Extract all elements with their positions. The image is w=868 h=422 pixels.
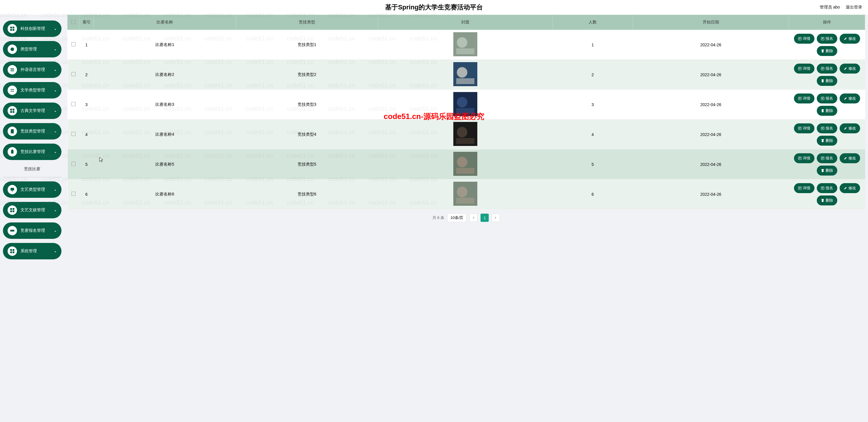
sidebar-sub-item[interactable]: 竞技比赛 <box>3 164 61 174</box>
column-header: 索引 <box>79 15 94 30</box>
sidebar-item-1[interactable]: 类型管理 <box>3 41 61 57</box>
signup-button[interactable]: 报名 <box>817 64 837 74</box>
cover-image[interactable] <box>453 122 477 146</box>
svg-rect-104 <box>822 200 824 202</box>
sidebar-item-label: 文艺文娱管理 <box>21 207 54 213</box>
svg-rect-46 <box>799 68 801 68</box>
svg-rect-8 <box>10 89 14 90</box>
sidebar-item-label: 竞技比赛管理 <box>21 149 54 154</box>
svg-rect-25 <box>12 249 14 251</box>
page-next-button[interactable] <box>492 214 500 222</box>
cover-image[interactable] <box>453 32 477 56</box>
sidebar-item-3[interactable]: 文学类型管理 <box>3 82 61 99</box>
edit-button[interactable]: 修改 <box>840 64 860 74</box>
row-name: 比赛名称5 <box>94 149 236 179</box>
signup-button[interactable]: 报名 <box>817 183 837 193</box>
row-type: 竞技类型4 <box>236 119 378 149</box>
delete-button[interactable]: 删除 <box>817 166 837 175</box>
chevron-down-icon <box>54 188 57 191</box>
delete-button[interactable]: 删除 <box>817 195 837 205</box>
chevron-down-icon <box>54 27 57 30</box>
divider <box>3 177 61 177</box>
logout-link[interactable]: 退出登录 <box>846 5 862 10</box>
row-checkbox[interactable] <box>71 42 75 46</box>
svg-rect-40 <box>822 50 824 50</box>
svg-rect-1 <box>12 27 14 28</box>
edit-button[interactable]: 修改 <box>840 183 860 193</box>
svg-rect-66 <box>822 109 824 110</box>
detail-button[interactable]: 详情 <box>794 34 814 44</box>
select-all-checkbox[interactable] <box>71 20 75 24</box>
svg-rect-7 <box>10 71 14 71</box>
sidebar-item-b2[interactable]: 竞赛报名管理 <box>3 222 61 239</box>
edit-button[interactable]: 修改 <box>840 34 860 44</box>
admin-label[interactable]: 管理员 abo <box>820 5 840 10</box>
table-row: 4 比赛名称4 竞技类型4 4 2022-04-26 详情 报名 修改 删除 <box>68 119 865 149</box>
detail-button[interactable]: 详情 <box>794 153 814 163</box>
column-header: 人数 <box>553 15 633 30</box>
clip-icon <box>8 147 17 157</box>
column-header: 封面 <box>378 15 553 30</box>
row-checkbox[interactable] <box>71 192 75 196</box>
sidebar-item-b0[interactable]: 文艺类型管理 <box>3 181 61 198</box>
delete-button[interactable]: 删除 <box>817 46 837 56</box>
header-right: 管理员 abo 退出登录 <box>820 5 862 10</box>
sidebar-item-5[interactable]: 竞技类型管理 <box>3 123 61 140</box>
svg-rect-60 <box>799 99 800 99</box>
page-size-select[interactable]: 10条/页 <box>447 213 466 222</box>
svg-rect-75 <box>822 128 824 128</box>
detail-button[interactable]: 详情 <box>794 183 814 193</box>
row-type: 竞技类型1 <box>236 30 378 60</box>
edit-button[interactable]: 修改 <box>840 123 860 133</box>
signup-button[interactable]: 报名 <box>817 93 837 104</box>
bars-icon <box>8 86 17 95</box>
svg-rect-5 <box>10 68 14 69</box>
cover-image[interactable] <box>453 92 477 116</box>
svg-rect-27 <box>12 251 14 253</box>
sidebar-item-2[interactable]: 外语语言管理 <box>3 61 61 78</box>
delete-button[interactable]: 删除 <box>817 106 837 116</box>
circle-icon <box>8 45 17 54</box>
chevron-down-icon <box>54 209 57 212</box>
table-row: 1 比赛名称1 竞技类型1 1 2022-04-26 详情 报名 修改 删除 <box>68 30 865 60</box>
chevron-down-icon <box>54 68 57 71</box>
detail-button[interactable]: 详情 <box>794 93 814 104</box>
signup-button[interactable]: 报名 <box>817 34 837 44</box>
row-name: 比赛名称4 <box>94 119 236 149</box>
svg-rect-79 <box>822 139 824 140</box>
svg-rect-77 <box>822 129 823 129</box>
delete-button[interactable]: 删除 <box>817 136 837 146</box>
delete-button[interactable]: 删除 <box>817 76 837 86</box>
pagination: 共 6 条 10条/页 1 <box>67 209 865 226</box>
edit-button[interactable]: 修改 <box>840 93 860 104</box>
row-checkbox[interactable] <box>71 132 75 136</box>
sidebar-item-0[interactable]: 科技创新管理 <box>3 21 61 37</box>
grid-icon <box>8 247 17 256</box>
sidebar-item-b3[interactable]: 系统管理 <box>3 243 61 259</box>
row-checkbox[interactable] <box>71 72 75 76</box>
sidebar-item-4[interactable]: 古典文学管理 <box>3 103 61 119</box>
row-checkbox[interactable] <box>71 162 75 166</box>
detail-button[interactable]: 详情 <box>794 64 814 74</box>
cover-image[interactable] <box>453 182 477 206</box>
sidebar-item-6[interactable]: 竞技比赛管理 <box>3 144 61 160</box>
page-number-1[interactable]: 1 <box>480 214 489 222</box>
svg-rect-58 <box>799 97 801 98</box>
cover-image[interactable] <box>453 62 477 86</box>
page-total: 共 6 条 <box>433 215 444 220</box>
sidebar-item-b1[interactable]: 文艺文娱管理 <box>3 202 61 218</box>
signup-button[interactable]: 报名 <box>817 123 837 133</box>
svg-rect-30 <box>456 48 474 54</box>
page-prev-button[interactable] <box>469 214 477 222</box>
row-checkbox[interactable] <box>71 102 75 106</box>
svg-rect-6 <box>10 69 14 70</box>
cover-image[interactable] <box>453 152 477 176</box>
svg-rect-98 <box>799 188 801 188</box>
svg-rect-32 <box>799 38 801 38</box>
detail-button[interactable]: 详情 <box>794 123 814 133</box>
competition-table: 索引比赛名称竞技类型封面人数开始日期操作 1 比赛名称1 竞技类型1 1 202… <box>67 15 865 209</box>
svg-rect-50 <box>822 68 824 68</box>
svg-rect-19 <box>10 208 12 210</box>
signup-button[interactable]: 报名 <box>817 153 837 163</box>
edit-button[interactable]: 修改 <box>840 153 860 163</box>
